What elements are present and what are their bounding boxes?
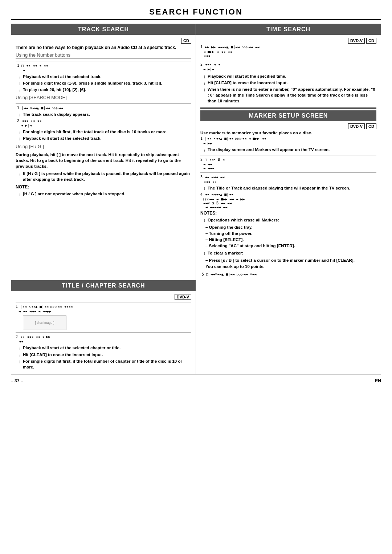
using-number-heading: Using the Number buttons <box>16 52 191 59</box>
using-search-heading: Using [SEARCH MODE] <box>16 95 191 101</box>
footer-lang: EN <box>375 378 381 383</box>
title-bullet-1: Hit [CLEAR] to erase the incorrect input… <box>19 352 191 358</box>
footer: – 37 – EN <box>11 378 381 383</box>
track-bullet-1-1: Playback will start at the selected trac… <box>19 74 191 80</box>
marker-step2-line2: ◄ ◄◄ <box>200 162 376 166</box>
title-bullet-2: For single digits hit first, if the tota… <box>19 358 191 370</box>
title-chapter-header: TITLE / CHAPTER SEARCH <box>11 280 196 291</box>
marker-step2-line3: ◄ ◄◄◄ <box>200 166 376 170</box>
marker-step4-icons: 4 ◄◄ ◄◄◄◄▲ ■|◄◄ <box>200 192 376 196</box>
time-bullet-3: When there is no need to enter a number,… <box>204 86 376 104</box>
track-bullet-1-3: To play track 26, hit [10], [2], [6]. <box>19 87 191 93</box>
using-hg-heading: Using [H / G ] <box>16 144 191 150</box>
marker-note-4: – Selecting "AC" at step and hitting [EN… <box>205 243 376 249</box>
track-bullets2: For single digits hit first, if the tota… <box>16 129 191 141</box>
marker-badge-dvd: DVD-V <box>348 123 365 129</box>
disc-image: [ disc image ] <box>23 315 66 330</box>
title-step2-icons: 2 ◄◄ ◄◄◄ ◄◄ ◄ ▶▶ <box>16 335 191 339</box>
marker-setup-header: MARKER SETUP SCREEN <box>200 110 376 121</box>
marker-notes: Operations which erase all Markers: <box>200 217 376 223</box>
marker-step5-icons: 5 □ ◄◄×◄◄▲ ■|◄◄ ▷▷▷◄◄ ×◄◄ <box>200 272 376 276</box>
track-step1-icons: 1 □ ◄◄ ◄◄ ◄ ◄◄ <box>16 64 191 68</box>
marker-step3-bullets: The Title or Track and elapsed playing t… <box>200 185 376 191</box>
title-chapter-section: TITLE / CHAPTER SEARCH DVD-V 1 |◄◄ ×◄◄▲ … <box>11 280 196 374</box>
track-search-header: TRACK SEARCH <box>11 24 196 35</box>
time-bullet-2: Hit [CLEAR] to erase the incorrect input… <box>204 80 376 86</box>
marker-clear-bullet: To clear a marker: <box>204 250 376 256</box>
marker-clear-bullets: To clear a marker: <box>200 250 376 256</box>
title-bullet-0: Playback will start at the selected chap… <box>19 345 191 351</box>
track-step2-icons: 2 ◄◄◄ ◄◄ ◄◄ <box>16 119 191 123</box>
marker-step4-line3: ◄◄× s B ◄◄ ◄◄ <box>200 201 376 205</box>
time-step2-icons: 2 ◄◄◄ ◄ ◄ <box>200 62 376 66</box>
marker-note-3: – Hitting [SELECT]. <box>205 237 376 243</box>
marker-notes-indent: – Opening the disc tray. – Turning off t… <box>200 224 376 249</box>
title-step1-line2: ◄ ◄◄ ◄◄◄ ◄ ◄◄▶▶ <box>16 309 191 313</box>
note-bullet-1: [H / G ] are not operative when playback… <box>19 191 191 197</box>
marker-clear-sub-0: – Press [s / B ] to select a cursor on t… <box>205 257 376 263</box>
marker-clear-sub: – Press [s / B ] to select a cursor on t… <box>200 257 376 269</box>
track-bullet-2-2: Playback will start at the selected trac… <box>19 135 191 141</box>
note-bullets: [H / G ] are not operative when playback… <box>16 191 191 197</box>
time-search-header: TIME SEARCH <box>196 24 381 35</box>
marker-note-0: Operations which erase all Markers: <box>204 217 376 223</box>
marker-intro: Use markers to memorize your favorite pl… <box>200 131 376 135</box>
track-search-badge: CD <box>181 38 191 44</box>
track-step1-indent: ◄ <box>16 68 191 72</box>
track-bullet-1-2: For single digit tracks (1-9), press a s… <box>19 80 191 86</box>
marker-note-1: – Opening the disc tray. <box>205 224 376 230</box>
hg-bullets: If [H / G ] is pressed while the playbac… <box>16 171 191 182</box>
marker-step4-indent: ◄ ◄◄◄◄◄ ◄◄ <box>200 205 376 209</box>
track-bullets1: Playback will start at the selected trac… <box>16 74 191 93</box>
time-step1-line3: ◄◄◄ <box>200 54 376 58</box>
hg-bullet-1: If [H / G ] is pressed while the playbac… <box>19 171 191 182</box>
marker-step4-line2: ▷▷▷◄◄ ◄ ■▶▶ ◄◄ ◄ ▶▶ <box>200 197 376 201</box>
marker-step3-bullet: The Title or Track and elapsed playing t… <box>204 185 376 191</box>
title-chapter-badge: DVD-V <box>175 294 191 300</box>
marker-step3-icons: 3 ◄◄ ◄◄◄ ◄◄ <box>200 175 376 179</box>
marker-badge-cd: CD <box>366 123 376 129</box>
time-bullet-1: Playback will start at the specified tim… <box>204 73 376 79</box>
search-bullets: The track search display appears. <box>16 111 191 117</box>
right-bottom-section <box>196 280 381 374</box>
marker-notes-label: NOTES: <box>200 211 376 216</box>
title-step1-icons: 1 |◄◄ ×◄◄▲ ■|◄◄ ▷▷▷◄◄ ◄◄◄◄ <box>16 305 191 309</box>
time-search-section: TIME SEARCH DVD-V CD 1 ▶▶ ▶▶ ◄◄◄◄▲ ■|◄◄ … <box>196 24 381 280</box>
track-bullet-2-1: For single digits hit first, if the tota… <box>19 129 191 135</box>
marker-step2-icons: 2 □ ◄◄× B ◄ <box>200 158 376 162</box>
marker-step1-bullets: The display screen and Markers will appe… <box>200 147 376 152</box>
time-bullets: Playback will start at the specified tim… <box>200 73 376 104</box>
track-search-section: TRACK SEARCH CD There are no three ways … <box>11 24 196 280</box>
search-bullet-1: The track search display appears. <box>19 111 191 117</box>
footer-page: – 37 – <box>11 378 23 383</box>
track-search-intro: There are no three ways to begin playbac… <box>16 45 191 50</box>
search-step1-icons: 1 |◄◄ ×◄◄▲ ■|◄◄ ▷▷▷◄◄ <box>16 106 191 110</box>
title-step2-line2: ◄◄ <box>16 339 191 343</box>
marker-note-2: – Turning off the power. <box>205 231 376 236</box>
time-step1-line2: ◄ ■▶▶ ◄ ◄◄ ◄◄ <box>200 50 376 54</box>
hg-text1: During playback, hit [ ] to move the nex… <box>16 152 191 169</box>
marker-step1-icons: 1 |◄◄ ×◄◄▲ ■|◄◄ ▷▷▷◄◄ ◄ ■▶▶ ◄◄ <box>200 137 376 140</box>
marker-step1-line2: ◄ ▶▶ <box>200 141 376 145</box>
marker-step3-line2: ◄◄◄ ◄◄ <box>200 180 376 184</box>
title-bullets: Playback will start at the selected chap… <box>16 345 191 370</box>
marker-step1-bullet: The display screen and Markers will appe… <box>204 147 376 152</box>
time-search-badge-cd: CD <box>366 38 376 44</box>
note-label: NOTE: <box>16 184 191 190</box>
time-step2-line2: ◄ ▶|◄ <box>200 67 376 71</box>
time-step1-icons: 1 ▶▶ ▶▶ ◄◄◄◄▲ ■|◄◄ ▷▷▷◄◄ ◄◄ <box>200 45 376 49</box>
page-title: SEARCH FUNCTION <box>11 7 381 20</box>
marker-clear-sub-1: You can mark up to 10 points. <box>205 264 376 269</box>
track-step2-indent: ◄ ▶|◄ <box>16 123 191 127</box>
time-search-badge-dvd: DVD-V <box>348 38 365 44</box>
